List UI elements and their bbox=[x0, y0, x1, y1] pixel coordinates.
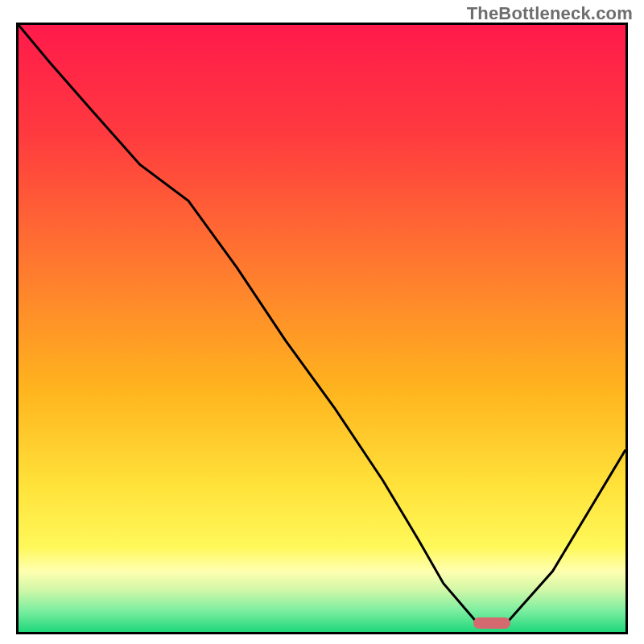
optimal-marker bbox=[473, 617, 510, 629]
chart-stage: TheBottleneck.com bbox=[0, 0, 644, 644]
plot-frame bbox=[16, 23, 628, 634]
plot-inner bbox=[19, 25, 625, 632]
watermark-text: TheBottleneck.com bbox=[467, 3, 633, 24]
bottleneck-curve bbox=[19, 25, 625, 632]
